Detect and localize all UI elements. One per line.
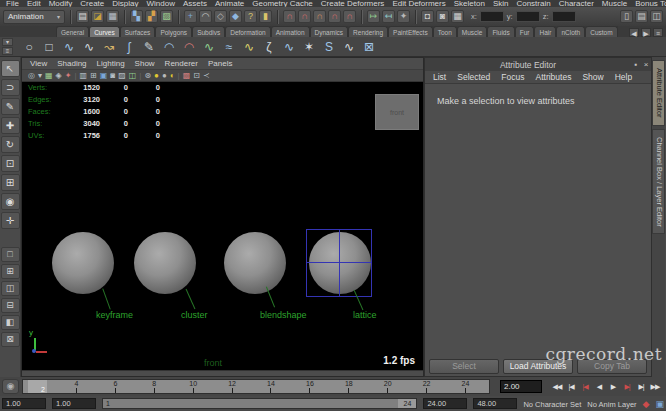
menu-item[interactable]: Character — [559, 0, 594, 7]
menu-item[interactable]: Skeleton — [454, 0, 485, 7]
viewport-menu[interactable]: Lighting — [97, 58, 125, 69]
menu-item[interactable]: Constrain — [516, 0, 550, 7]
step-forward-key-button[interactable]: ▶| — [620, 379, 634, 394]
range-slider[interactable]: 1 24 — [102, 398, 417, 409]
shelf-tab[interactable]: General — [56, 26, 89, 37]
shelf-tab[interactable]: Toon — [433, 26, 457, 37]
shelf-tool-icon[interactable]: ↝ — [100, 38, 118, 56]
viewport-toolbar-icon[interactable]: ▨ — [118, 71, 126, 81]
shelf-tool-icon[interactable]: ∿ — [200, 38, 218, 56]
x-coordinate-input[interactable] — [480, 11, 504, 22]
viewport-toolbar-icon[interactable]: ◙ — [110, 71, 115, 81]
selection-mask-icon[interactable]: ▮ — [259, 10, 272, 23]
render-icon[interactable]: ◙ — [436, 10, 449, 23]
go-to-end-button[interactable]: ▶▶ — [648, 379, 662, 394]
menu-item[interactable]: Animate — [215, 0, 244, 7]
viewport-toolbar-icon[interactable]: ▥ — [80, 71, 88, 81]
render-icon[interactable]: ◘ — [421, 10, 434, 23]
shelf-tab[interactable]: Fur — [515, 26, 535, 37]
shelf-tab[interactable]: Subdivs — [192, 26, 225, 37]
shelf-tab[interactable]: Dynamics — [310, 26, 349, 37]
step-back-frame-button[interactable]: |◀ — [564, 379, 578, 394]
viewport-toolbar-icon[interactable]: | — [139, 71, 141, 81]
shelf-scroll-left-icon[interactable]: ◀ — [629, 28, 639, 37]
shelf-tab[interactable]: PaintEffects — [388, 26, 433, 37]
paint-select-tool[interactable]: ✎ — [1, 98, 20, 115]
sphere-cluster[interactable] — [134, 232, 196, 294]
two-pane-layout-button[interactable]: ◫ — [1, 281, 20, 296]
file-icon[interactable]: ▦ — [106, 10, 119, 23]
viewport-toolbar-icon[interactable]: ◎ — [28, 71, 35, 81]
shelf-tool-icon[interactable]: ≈ — [220, 38, 238, 56]
viewport-toolbar-icon[interactable]: ⊞ — [90, 71, 97, 81]
animation-preferences-button[interactable]: ▣ — [655, 399, 664, 409]
image-plane[interactable]: front — [375, 94, 419, 130]
shelf-menu-icon[interactable]: ≡ — [653, 28, 663, 37]
shelf-tab[interactable]: Animation — [271, 26, 310, 37]
shelf-tool-icon[interactable]: ✶ — [300, 38, 318, 56]
menu-item[interactable]: Window — [147, 0, 175, 7]
viewport-toolbar-icon[interactable]: ◐ — [170, 71, 175, 81]
shelf-tab[interactable]: Hair — [534, 26, 556, 37]
shelf-tab[interactable]: Fluids — [487, 26, 514, 37]
close-icon[interactable]: × — [641, 60, 651, 69]
select-button[interactable]: Select — [429, 359, 499, 374]
animation-end-field[interactable] — [473, 398, 517, 409]
shelf-tab[interactable]: Polygons — [155, 26, 192, 37]
selection-mode-icon[interactable]: ▚ — [130, 10, 143, 23]
time-slider[interactable]: 2 4 6 8 10 12 — [22, 379, 490, 394]
sphere-blendshape[interactable] — [224, 232, 286, 294]
history-icon[interactable]: ✦ — [397, 10, 410, 23]
shelf-tool-icon[interactable]: ⊠ — [360, 38, 378, 56]
four-pane-layout-button[interactable]: ⊞ — [1, 264, 20, 279]
viewport-toolbar-icon[interactable]: ◫ — [129, 71, 137, 81]
viewport-toolbar-icon[interactable]: ● — [162, 71, 167, 81]
sphere-keyframe[interactable] — [52, 232, 114, 294]
menu-item[interactable]: Skin — [493, 0, 509, 7]
pin-icon[interactable]: ▪ — [631, 60, 641, 69]
shelf-tab[interactable]: Surfaces — [120, 26, 156, 37]
snap-icon[interactable]: ∩ — [328, 10, 341, 23]
shelf-tool-icon[interactable]: ∿ — [240, 38, 258, 56]
hypergraph-persp-layout-button[interactable]: ⊠ — [1, 332, 20, 347]
panel-toggle-icon[interactable]: ◫ — [650, 10, 663, 23]
playback-end-field[interactable] — [423, 398, 467, 409]
shelf-tab[interactable]: Custom — [585, 26, 617, 37]
viewport-toolbar-icon[interactable]: ⊛ — [144, 71, 151, 81]
selection-mode-icon[interactable]: ▞ — [145, 10, 158, 23]
viewport-toolbar-icon[interactable]: ▣ — [100, 71, 108, 81]
menu-item[interactable]: Edit Deformers — [392, 0, 445, 7]
play-forward-button[interactable]: ▶ — [606, 379, 620, 394]
attribute-editor-menu[interactable]: Selected — [457, 72, 490, 82]
viewport-toolbar-icon[interactable]: | — [74, 71, 76, 81]
shelf-selector-button[interactable]: ▾ — [2, 38, 13, 46]
viewport-canvas[interactable]: Verts: 1520 0 0 Edges: 3120 0 0 Faces: 1… — [22, 82, 423, 370]
viewport-menu[interactable]: Panels — [208, 58, 232, 69]
menu-item[interactable]: File — [6, 0, 19, 7]
viewport-menu[interactable]: Shading — [57, 58, 86, 69]
file-icon[interactable]: ▤ — [76, 10, 89, 23]
shelf-tool-icon[interactable]: ◠ — [180, 38, 198, 56]
selection-mode-icon[interactable]: ▨ — [160, 10, 173, 23]
animation-start-field[interactable] — [52, 398, 96, 409]
snap-icon[interactable]: ∩ — [313, 10, 326, 23]
anim-layer-menu[interactable]: No Anim Layer — [587, 400, 636, 409]
y-coordinate-input[interactable] — [516, 11, 540, 22]
render-icon[interactable]: ▦ — [451, 10, 464, 23]
menu-item[interactable]: Display — [112, 0, 138, 7]
shelf-tool-icon[interactable]: ◠ — [160, 38, 178, 56]
selection-mask-icon[interactable]: ◆ — [229, 10, 242, 23]
shelf-tool-icon[interactable]: □ — [40, 38, 58, 56]
menu-set-dropdown[interactable]: Animation ▾ — [3, 10, 65, 24]
attribute-editor-menu[interactable]: List — [433, 72, 446, 82]
current-frame-marker[interactable]: 2 — [28, 380, 47, 393]
z-coordinate-input[interactable] — [552, 11, 576, 22]
shelf-tool-icon[interactable]: S — [320, 38, 338, 56]
snap-icon[interactable]: ∩ — [343, 10, 356, 23]
move-tool[interactable]: ✚ — [1, 117, 20, 134]
current-time-field[interactable] — [500, 380, 542, 393]
file-icon[interactable]: ◪ — [91, 10, 104, 23]
step-forward-frame-button[interactable]: ▶| — [634, 379, 648, 394]
selection-mask-icon[interactable]: + — [184, 10, 197, 23]
lasso-select-tool[interactable]: ⊃ — [1, 79, 20, 96]
